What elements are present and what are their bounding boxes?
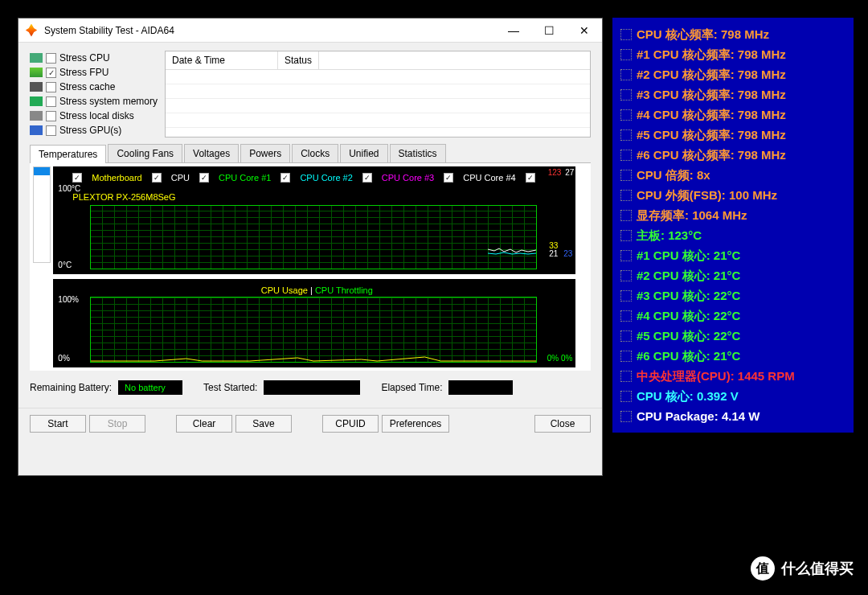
save-button[interactable]: Save (235, 415, 292, 433)
log-col-status[interactable]: Status (278, 51, 319, 69)
monitor-value: #2 CPU 核心频率: 798 MHz (637, 64, 786, 84)
legend-core4-checkbox[interactable] (444, 173, 453, 183)
temp-topright1: 123 (548, 168, 562, 177)
log-table: Date & Time Status (165, 51, 591, 137)
clear-button[interactable]: Clear (176, 415, 232, 433)
legend-core3-checkbox[interactable] (362, 173, 372, 183)
temp-ymin: 0°C (58, 261, 72, 269)
monitor-row: 主板: 123°C (620, 225, 845, 245)
usage-ymin: 0% (58, 354, 69, 363)
monitor-value: 显存频率: 1064 MHz (637, 205, 747, 225)
monitor-row: CPU 外频(FSB): 100 MHz (620, 185, 845, 205)
tab-unified[interactable]: Unified (340, 144, 387, 162)
stress-cache-row: Stress cache (30, 80, 158, 94)
stress-gpu-checkbox[interactable] (46, 125, 56, 136)
monitor-value: #1 CPU 核心频率: 798 MHz (637, 44, 786, 64)
monitor-row: CPU 核心: 0.392 V (620, 386, 845, 406)
temp-ymax: 100°C (58, 184, 80, 193)
monitor-row: CPU Package: 4.14 W (620, 406, 845, 426)
chip-icon (620, 170, 632, 181)
gpu-icon (30, 125, 43, 135)
temp-topright2: 27 (565, 168, 574, 177)
monitor-value: #4 CPU 核心: 22°C (637, 306, 740, 326)
stress-cpu-label: Stress CPU (59, 52, 110, 64)
monitor-row: #6 CPU 核心频率: 798 MHz (620, 145, 845, 165)
monitor-value: CPU 倍频: 8x (637, 165, 710, 185)
monitor-value: 中央处理器(CPU): 1445 RPM (637, 366, 795, 386)
stress-disk-row: Stress local disks (30, 109, 158, 123)
stress-cpu-row: Stress CPU (30, 51, 158, 65)
temperature-trace (488, 246, 536, 256)
tab-statistics[interactable]: Statistics (390, 144, 446, 162)
monitor-value: #3 CPU 核心: 22°C (637, 285, 740, 306)
chip-icon (620, 290, 632, 302)
chip-icon (620, 150, 632, 161)
monitor-value: CPU 外频(FSB): 100 MHz (637, 185, 777, 205)
titlebar[interactable]: System Stability Test - AIDA64 — ☐ ✕ (18, 18, 602, 43)
start-button[interactable]: Start (30, 415, 86, 433)
started-value (264, 380, 360, 395)
monitor-value: #5 CPU 核心: 22°C (637, 326, 740, 346)
tab-voltages[interactable]: Voltages (184, 144, 239, 162)
legend-plextor: PLEXTOR PX-256M8SeG (72, 192, 175, 202)
elapsed-label: Elapsed Time: (381, 382, 442, 393)
tab-clocks[interactable]: Clocks (292, 144, 338, 162)
stress-options: Stress CPU Stress FPU Stress cache Stres… (30, 51, 158, 137)
stress-fpu-checkbox[interactable] (46, 68, 56, 78)
stress-gpu-label: Stress GPU(s) (59, 125, 121, 136)
legend-core2: CPU Core #2 (300, 173, 352, 183)
chip-icon (620, 49, 632, 60)
chip-icon (620, 310, 632, 322)
stress-fpu-label: Stress FPU (59, 67, 108, 78)
legend-cpu-checkbox[interactable] (152, 173, 162, 183)
chip-icon (620, 250, 632, 261)
cpuid-button[interactable]: CPUID (322, 415, 379, 433)
tabs: Temperatures Cooling Fans Voltages Power… (30, 144, 591, 163)
close-button[interactable]: Close (534, 415, 591, 433)
usage-trace (91, 351, 536, 362)
legend-plextor-checkbox[interactable] (526, 173, 535, 183)
monitor-value: CPU 核心频率: 798 MHz (637, 24, 769, 44)
monitor-row: #2 CPU 核心频率: 798 MHz (620, 64, 845, 84)
stop-button[interactable]: Stop (89, 415, 145, 433)
minimize-button[interactable]: — (496, 18, 531, 42)
chip-icon (620, 391, 632, 402)
usage-title: CPU Usage (261, 285, 308, 295)
monitor-row: 中央处理器(CPU): 1445 RPM (620, 366, 845, 386)
stress-disk-checkbox[interactable] (46, 111, 56, 121)
started-label: Test Started: (203, 382, 257, 393)
stress-cpu-checkbox[interactable] (46, 53, 56, 64)
throttle-title: CPU Throttling (315, 285, 373, 295)
monitor-row: CPU 核心频率: 798 MHz (620, 24, 845, 44)
elapsed-value (448, 380, 513, 395)
maximize-button[interactable]: ☐ (531, 18, 567, 42)
chip-icon (620, 29, 632, 40)
preferences-button[interactable]: Preferences (382, 415, 449, 433)
chip-icon (620, 330, 632, 342)
usage-right: 0% 0% (547, 354, 573, 363)
cache-icon (30, 82, 43, 92)
stress-cache-checkbox[interactable] (46, 82, 56, 92)
legend-core1-checkbox[interactable] (199, 173, 209, 183)
memory-icon (30, 96, 43, 106)
monitor-value: #6 CPU 核心频率: 798 MHz (637, 145, 786, 165)
tab-cooling-fans[interactable]: Cooling Fans (108, 144, 182, 162)
close-window-button[interactable]: ✕ (567, 18, 602, 42)
monitor-value: #1 CPU 核心: 21°C (637, 245, 740, 265)
tab-temperatures[interactable]: Temperatures (30, 145, 106, 163)
stress-memory-checkbox[interactable] (46, 96, 56, 107)
log-col-datetime[interactable]: Date & Time (166, 51, 278, 69)
chip-icon (620, 371, 632, 382)
chip-icon (620, 190, 632, 201)
chip-icon (620, 129, 632, 141)
tab-powers[interactable]: Powers (240, 144, 290, 162)
monitor-value: #2 CPU 核心: 21°C (637, 265, 740, 285)
usage-plot-area (90, 297, 537, 363)
watermark-icon: 值 (751, 556, 775, 581)
legend-motherboard-checkbox[interactable] (72, 173, 82, 183)
window-title: System Stability Test - AIDA64 (44, 25, 496, 36)
legend-core2-checkbox[interactable] (280, 173, 290, 183)
button-row: Start Stop Clear Save CPUID Preferences … (18, 408, 602, 439)
monitor-row: #5 CPU 核心: 22°C (620, 326, 845, 346)
cpu-icon (30, 53, 43, 63)
